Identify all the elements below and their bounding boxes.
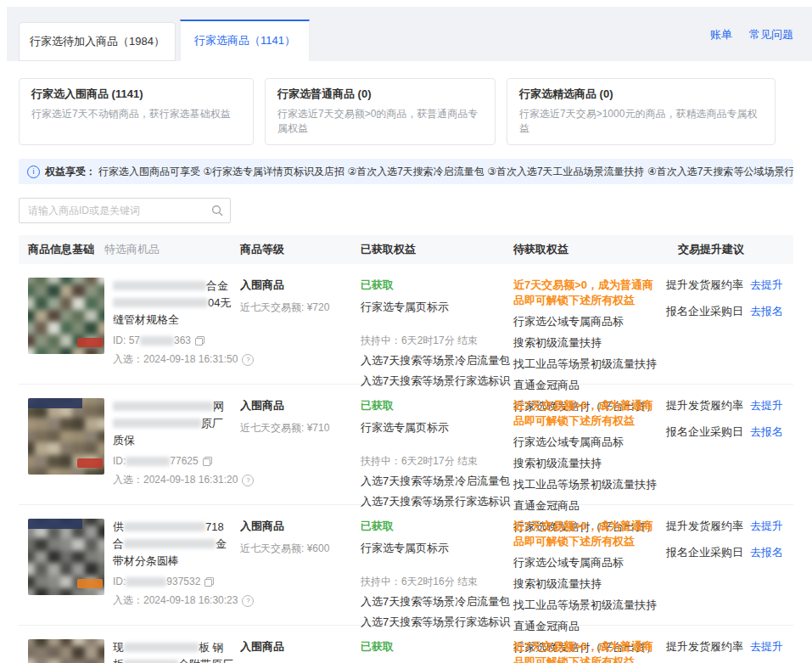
card-normal[interactable]: 行家选普通商品 (0) 行家选近7天交易额>0的商品，获普通商品专属权益 (265, 78, 496, 145)
info-circle-icon (27, 166, 40, 178)
obtained-benefit: 行家选专属页标示 (361, 541, 513, 556)
summary-cards: 行家选入围商品 (1141) 行家选近7天不动销商品，获行家选基础权益 行家选普… (0, 61, 812, 145)
suggestion-label: 提升发货履约率 (666, 278, 743, 291)
obtained-benefit: 入选7天搜索等场景行家选标识 (361, 374, 513, 389)
suggestion: 提升发货履约率去提升 (666, 398, 793, 413)
suggestion: 提升发货履约率去提升 (666, 639, 793, 655)
obtained-tag: 已获取 (361, 519, 513, 534)
obtained-benefit: 入选7天搜索等场景冷启流量包 (361, 594, 513, 610)
pending-benefit: 直通金冠商品 (513, 498, 654, 514)
suggestion-action-link[interactable]: 去提升 (750, 640, 783, 653)
pending-benefit: 搜索初级流量扶持 (513, 335, 654, 351)
pending-benefit: 搜索初级流量扶持 (513, 576, 654, 592)
product-id: ID: 77625 (113, 455, 240, 467)
product-grade: 入围商品 (240, 278, 361, 293)
suggestion-action-link[interactable]: 去提升 (750, 520, 783, 532)
bill-link[interactable]: 账单 (710, 27, 732, 42)
suggestion-action-link[interactable]: 去报名 (750, 305, 783, 317)
pending-benefit: 直通金冠商品 (513, 378, 654, 393)
copy-icon[interactable] (203, 457, 212, 466)
product-table-body: 合金04无缝管材规格全ID: 57363入选：2024-09-18 16:31:… (19, 264, 793, 663)
suggestion-action-link[interactable]: 去报名 (750, 425, 783, 438)
card-shortlisted[interactable]: 行家选入围商品 (1141) 行家选近7天不动销商品，获行家选基础权益 (19, 78, 254, 145)
suggestion: 报名企业采购日去报名 (666, 424, 793, 440)
support-countdown: 扶持中：6天2时17分 结束 (361, 334, 513, 348)
selected-time: 入选：2024-09-18 16:30:23 (113, 593, 240, 608)
obtained-benefit: 行家选专属页标示 (361, 300, 513, 315)
product-title[interactable]: 供718合金带材分条圆棒 (113, 519, 240, 570)
faq-link[interactable]: 常见问题 (749, 27, 793, 42)
header-tab-product-info[interactable]: 商品信息基础 (28, 242, 94, 257)
suggestion-action-link[interactable]: 去提升 (750, 399, 783, 412)
copy-icon[interactable] (204, 577, 214, 587)
product-grade: 入围商品 (240, 639, 361, 655)
pending-headline: 近7天交易额>0，成为普通商品即可解锁下述所有权益 (513, 398, 654, 429)
table-header: 商品信息基础 特选商机品 商品等级 已获取权益 待获取权益 交易提升建议 (19, 235, 793, 264)
card-desc: 行家选近7天交易>1000元的商品，获精选商品专属权益 (519, 107, 763, 136)
notice-prefix: 权益享受： (45, 165, 96, 179)
benefits-notice-bar: 权益享受： 行家选入围商品可享受 ①行家选专属详情页标识及店招 ②首次入选7天搜… (19, 159, 793, 184)
product-id: ID: 937532 (113, 576, 240, 587)
product-title[interactable]: 合金04无缝管材规格全 (113, 278, 240, 329)
pending-benefit: 找工业品等场景初级流量扶持 (513, 598, 654, 613)
pending-benefit: 行家选公域专属商品标 (513, 555, 654, 570)
image-label (77, 338, 103, 347)
redacted-text (113, 419, 201, 428)
pending-benefit: 直通金冠商品 (513, 619, 654, 634)
table-row: 供718合金带材分条圆棒ID: 937532入选：2024-09-18 16:3… (19, 505, 793, 626)
product-title[interactable]: 现板 钢板全附带原厂质保书 (113, 639, 240, 663)
header-pending-benefits: 待获取权益 (513, 242, 678, 257)
obtained-tag: 已获取 (361, 639, 513, 655)
card-title: 行家选普通商品 (0) (277, 87, 483, 102)
suggestion: 报名企业采购日去报名 (666, 545, 793, 560)
product-title[interactable]: 网原厂质保 (113, 398, 240, 449)
search-icon[interactable] (211, 205, 223, 216)
product-image[interactable] (28, 639, 104, 663)
tab-selected-products[interactable]: 行家选商品（1141） (180, 20, 310, 61)
suggestion-label: 提升发货履约率 (666, 640, 743, 653)
redacted-text (126, 577, 166, 587)
redacted-text (126, 457, 170, 466)
redacted-text (124, 643, 199, 652)
pending-headline: 近7天交易额>0，成为普通商品即可解锁下述所有权益 (513, 639, 654, 663)
pending-headline: 近7天交易额>0，成为普通商品即可解锁下述所有权益 (513, 519, 654, 549)
trade-amount: 近七天交易额: ¥600 (240, 542, 361, 556)
search-box (19, 198, 231, 223)
search-input[interactable] (19, 198, 231, 223)
product-id: ID: 57363 (113, 334, 240, 346)
suggestion-action-link[interactable]: 去提升 (750, 278, 783, 291)
card-desc: 行家选近7天不动销商品，获行家选基础权益 (31, 107, 241, 121)
suggestion-action-link[interactable]: 去报名 (750, 546, 783, 559)
card-title: 行家选精选商品 (0) (519, 87, 763, 102)
product-image[interactable] (28, 519, 104, 595)
support-countdown: 扶持中：6天2时16分 结束 (361, 575, 513, 589)
redacted-text (113, 281, 206, 290)
obtained-benefit: 行家选专属页标示 (361, 420, 513, 435)
redacted-text (124, 522, 205, 531)
redacted-text (113, 402, 213, 411)
product-image[interactable] (28, 278, 104, 354)
copy-icon[interactable] (195, 336, 204, 346)
support-countdown: 扶持中：6天2时17分 结束 (361, 454, 513, 469)
obtained-benefit: 入选7天搜索等场景行家选标识 (361, 615, 513, 630)
selected-time: 入选：2024-09-18 16:31:20 (113, 473, 240, 487)
card-featured[interactable]: 行家选精选商品 (0) 行家选近7天交易>1000元的商品，获精选商品专属权益 (507, 78, 776, 145)
image-label (77, 579, 103, 588)
top-tab-band: 行家选待加入商品（1984） 行家选商品（1141） 账单 常见问题 (7, 7, 812, 61)
header-trade-suggestions: 交易提升建议 (678, 242, 793, 257)
suggestion-label: 报名企业采购日 (666, 546, 743, 559)
image-label (77, 458, 103, 468)
suggestion: 提升发货履约率去提升 (666, 278, 793, 293)
tab-pending-products[interactable]: 行家选待加入商品（1984） (19, 22, 176, 61)
top-links: 账单 常见问题 (710, 27, 793, 42)
pending-benefit: 搜索初级流量扶持 (513, 456, 654, 471)
card-desc: 行家选近7天交易额>0的商品，获普通商品专属权益 (277, 107, 483, 136)
product-image[interactable] (28, 398, 104, 475)
pending-benefit: 找工业品等场景初级流量扶持 (513, 357, 654, 372)
obtained-benefit: 入选7天搜索等场景行家选标识 (361, 494, 513, 509)
suggestion: 提升发货履约率去提升 (666, 519, 793, 534)
trade-amount: 近七天交易额: ¥720 (240, 301, 361, 315)
product-image-mosaic (28, 639, 104, 663)
header-tab-special-opportunity[interactable]: 特选商机品 (104, 242, 160, 257)
card-title: 行家选入围商品 (1141) (31, 87, 241, 102)
